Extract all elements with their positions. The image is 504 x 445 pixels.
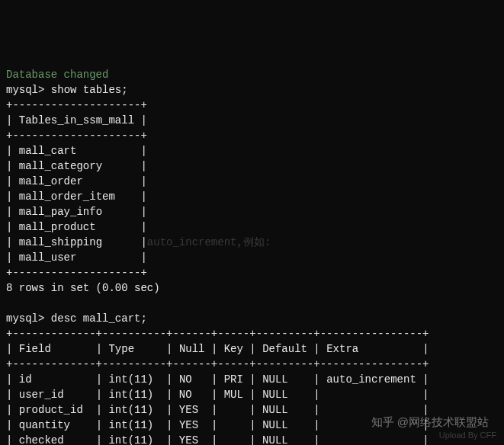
col-key: Key (224, 343, 243, 355)
table-row: mall_shipping (19, 236, 102, 248)
desc-border: +-------------+----------+------+-----+-… (6, 328, 429, 340)
cell-field: quantity (19, 419, 70, 431)
cell-null: YES (179, 404, 198, 416)
table-row: mall_order_item (19, 190, 115, 203)
cell-null: NO (179, 389, 192, 401)
table-row: mall_product (19, 221, 96, 233)
cell-default: NULL (262, 404, 288, 416)
cell-default: NULL (262, 419, 288, 431)
status-line: Database changed (6, 69, 108, 81)
cell-field: product_id (19, 404, 83, 416)
table-border: +--------------------+ (6, 267, 147, 279)
cell-type: int(11) (108, 419, 153, 431)
command-desc: desc mall_cart; (51, 312, 147, 325)
cell-default: NULL (262, 434, 288, 445)
col-field: Field (19, 343, 51, 355)
cell-field: id (19, 373, 32, 386)
watermark-upload: Upload By CFF (439, 430, 496, 442)
col-default: Default (262, 343, 307, 355)
col-null: Null (179, 343, 205, 355)
result-summary: 8 rows in set (0.00 sec) (6, 282, 160, 294)
table-row: mall_order (19, 175, 83, 187)
col-extra: Extra (326, 343, 358, 355)
table-row: mall_category (19, 160, 102, 172)
cell-field: user_id (19, 389, 64, 401)
cell-type: int(11) (108, 389, 153, 401)
cell-type: int(11) (108, 404, 153, 416)
table-row: mall_pay_info (19, 206, 102, 218)
prompt: mysql> (6, 312, 44, 325)
tables-column-header: Tables_in_ssm_mall (19, 114, 134, 126)
desc-border: +-------------+----------+------+-----+-… (6, 358, 429, 370)
cell-key: PRI (224, 373, 243, 386)
table-border: +--------------------+ (6, 130, 147, 142)
cell-type: int(11) (108, 373, 153, 386)
cell-extra: auto_increment (326, 373, 416, 386)
ghost-text: auto_increment,例如: (147, 236, 271, 248)
watermark-zhihu: 知乎 @网络技术联盟站 (371, 414, 489, 430)
cell-default: NULL (262, 373, 288, 386)
table-row: mall_user (19, 251, 77, 264)
cell-key: MUL (224, 389, 243, 401)
prompt: mysql> (6, 84, 44, 96)
table-border: +--------------------+ (6, 99, 147, 111)
cell-field: checked (19, 434, 64, 445)
cell-null: YES (179, 419, 198, 431)
col-type: Type (108, 343, 134, 355)
cell-type: int(11) (108, 434, 153, 445)
cell-default: NULL (262, 389, 288, 401)
table-row: mall_cart (19, 145, 77, 157)
cell-null: YES (179, 434, 198, 445)
cell-null: NO (179, 373, 192, 386)
command-show-tables: show tables; (51, 84, 128, 96)
